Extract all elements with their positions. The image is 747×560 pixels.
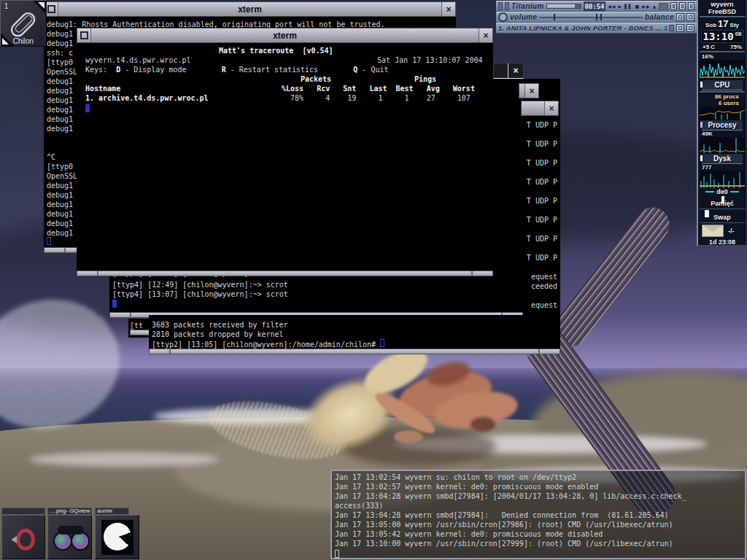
terminal-line: [ttyp4] [13:07] [chilon@wyvern]:~> scrot xyxy=(112,289,288,299)
xterm-debug-titlebar[interactable]: xterm × xyxy=(44,1,456,17)
hidden-window-titlebar-fragment[interactable]: × xyxy=(521,101,559,116)
dock-time: 13:10 xyxy=(703,31,733,42)
xmms-playlist-bar[interactable]: 1. ANITA LIPNICKA & JOHN PORTER - BONES … xyxy=(496,23,697,34)
mtr-titlebar[interactable]: xterm × xyxy=(77,28,493,43)
net-window-titlebar-fragment[interactable]: × xyxy=(493,63,524,79)
terminal-prompt: [ttyp2] [13:05] [chilon@wyvern]:/home/ad… xyxy=(152,339,384,349)
packets-terminal-content[interactable]: 3683 packets received by filter2810 pack… xyxy=(149,315,560,349)
mtr-resizebar[interactable] xyxy=(77,271,493,276)
wallpaper-figure-arm xyxy=(371,388,439,440)
minimize-button[interactable] xyxy=(670,2,677,10)
dock-procs: 86 procs xyxy=(700,93,745,100)
workspace-clip[interactable]: 1 Chilon xyxy=(0,0,47,47)
dock-disk-label: Dysk xyxy=(713,155,731,163)
shade-button[interactable] xyxy=(679,2,686,10)
miniwindow-title-aumix[interactable]: aumix xyxy=(95,508,129,515)
packets-terminal-resizebar[interactable] xyxy=(149,349,560,354)
xmms-volume-bar[interactable]: volume balance xyxy=(496,12,697,23)
wallpaper-figure-foot xyxy=(471,417,495,432)
divider xyxy=(700,91,745,93)
text-cursor xyxy=(85,104,90,112)
close-button[interactable]: × xyxy=(479,28,492,42)
dock-memory-row[interactable]: Pamięć xyxy=(700,195,745,209)
wallpaper-figure-body xyxy=(394,364,496,427)
close-button[interactable]: × xyxy=(441,2,455,16)
shade-toggle[interactable] xyxy=(659,3,667,10)
terminal-line: Jan 17 13:04:28 wyvern smbd[27984]: Deni… xyxy=(335,510,745,520)
disk-graph xyxy=(700,137,745,153)
syslog-window[interactable]: Jan 17 13:02:54 wyvern su: chilon to roo… xyxy=(330,470,746,559)
wallpaper-surf xyxy=(394,435,708,454)
dock-net-value: 777 xyxy=(700,164,745,171)
dock-interface-row[interactable]: de0 xyxy=(700,188,745,195)
terminal-line: T UDP P xyxy=(493,120,557,130)
playlist-entry[interactable]: 1. ANITA LIPNICKA & JOHN PORTER - BONES … xyxy=(498,25,667,32)
divider xyxy=(700,16,745,18)
transport-controls[interactable]: ◀◀ ▶ ▌▌ ■ ▶▶ ▲ xyxy=(608,4,657,9)
terminal-output: 3683 packets received by filter2810 pack… xyxy=(152,320,288,339)
terminal-line: Jan 17 13:02:54 wyvern su: chilon to roo… xyxy=(335,472,745,482)
hidden-window-titlebar-fragment[interactable]: × xyxy=(519,83,539,98)
text-cursor xyxy=(47,237,51,245)
opera-icon-arrow xyxy=(11,536,17,543)
led-indicator xyxy=(700,155,703,161)
mtr-packets-label: Packets xyxy=(301,74,331,84)
close-button[interactable] xyxy=(686,24,694,32)
volume-handle[interactable] xyxy=(554,14,555,20)
hidden-resizebar-fragment xyxy=(130,330,150,335)
scroll-arrows[interactable] xyxy=(669,25,674,31)
close-button[interactable] xyxy=(688,2,694,10)
terminal-line: 2810 packets dropped by kernel xyxy=(152,330,288,339)
close-button[interactable]: × xyxy=(544,101,558,115)
mtr-content[interactable]: Matt's traceroute [v0.54] wyvern.t4.ds.p… xyxy=(77,43,493,271)
seek-bar[interactable] xyxy=(546,4,581,9)
dock-seconds: 08 xyxy=(735,31,742,37)
terminal-line: Jan 17 13:05:42 wyvern kernel: de0: prom… xyxy=(335,529,745,539)
shade-button[interactable] xyxy=(676,24,684,32)
terminal-line: Jan 17 13:10:00 wyvern /usr/sbin/cron[27… xyxy=(335,539,745,548)
dock-mail-row[interactable]: -/- xyxy=(700,223,745,238)
window-title xyxy=(519,84,525,98)
miniaturize-icon xyxy=(47,5,55,13)
volume-label: volume xyxy=(510,13,537,21)
miniwindow-title-opera[interactable] xyxy=(1,508,45,515)
miniwindow-gqview[interactable] xyxy=(47,515,92,559)
syslog-output: Jan 17 13:02:54 wyvern su: chilon to roo… xyxy=(332,471,745,548)
wallpaper-waterfall-right xyxy=(546,201,676,354)
terminal-line: T UDP P xyxy=(493,196,557,206)
balance-handle[interactable] xyxy=(596,14,597,20)
dock-panel[interactable]: wyvern FreeBSD Sob 17 Sty 13:10 08 +5 C … xyxy=(697,0,747,246)
close-button[interactable]: × xyxy=(508,63,523,78)
terminal-line: T UDP P xyxy=(493,234,557,244)
dock-disk-button[interactable]: Dysk xyxy=(702,153,743,164)
xmms-menu-button[interactable] xyxy=(498,2,503,10)
terminal-line: [ttyp4] [12:49] [chilon@wyvern]:~> scrot xyxy=(112,280,288,289)
mtr-row-host: 1. archive.t4.ds.pwr.wroc.pl xyxy=(81,93,209,103)
miniwindow-opera[interactable] xyxy=(1,515,45,559)
dock-processes-button[interactable]: Procesy xyxy=(702,120,743,131)
dock-date: Sob 17 Sty xyxy=(700,18,745,29)
miniaturize-button[interactable] xyxy=(77,28,91,42)
window-title: xterm xyxy=(58,2,441,16)
xmms-menu-button[interactable] xyxy=(505,2,509,10)
dock-swap-row[interactable]: Swap xyxy=(700,209,745,223)
shade-button[interactable] xyxy=(676,13,684,21)
window-title: xterm xyxy=(91,28,479,42)
xmms-main-bar[interactable]: Titanium 00:54 ◀◀ ▶ ▌▌ ■ ▶▶ ▲ xyxy=(496,1,697,12)
terminal-line xyxy=(493,168,557,177)
balance-handle[interactable] xyxy=(600,14,602,20)
miniwindow-aumix[interactable] xyxy=(95,515,139,559)
volume-slider[interactable] xyxy=(539,17,643,18)
cycle-icon[interactable] xyxy=(498,12,508,22)
opera-icon xyxy=(16,529,35,551)
scrot-terminal-content[interactable]: [ttyp4] [12:49] [chilon@wyvern]:~> scrot… xyxy=(109,273,523,312)
dock-cpu-button[interactable]: CPU xyxy=(702,79,743,90)
close-button[interactable] xyxy=(686,13,694,21)
miniwindow-title-gqview[interactable]: ....png- GQview xyxy=(47,508,92,515)
terminal-line: T UDP P xyxy=(493,215,557,225)
miniaturize-icon xyxy=(80,31,88,39)
terminal-line xyxy=(493,130,557,139)
dock-humidity: 75% xyxy=(730,44,742,50)
close-button[interactable]: × xyxy=(525,84,538,98)
dock-month: Sty xyxy=(730,22,739,28)
